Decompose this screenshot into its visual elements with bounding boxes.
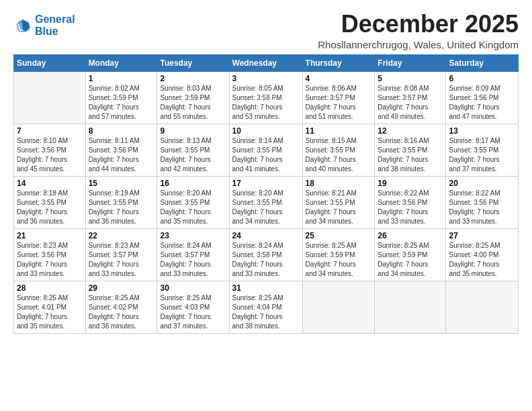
day-number: 6	[449, 74, 515, 83]
calendar-cell: 6Sunrise: 8:09 AMSunset: 3:56 PMDaylight…	[446, 71, 519, 124]
day-number: 11	[306, 126, 372, 136]
calendar-cell: 9Sunrise: 8:13 AMSunset: 3:55 PMDaylight…	[157, 124, 229, 176]
column-header-thursday: Thursday	[302, 54, 375, 71]
day-number: 31	[232, 283, 300, 293]
logo: General Blue	[13, 13, 75, 38]
calendar-cell	[446, 281, 519, 333]
header: General Blue December 2025 Rhosllannerch…	[13, 11, 519, 50]
calendar-cell: 5Sunrise: 8:08 AMSunset: 3:57 PMDaylight…	[375, 71, 446, 124]
calendar-cell: 26Sunrise: 8:25 AMSunset: 3:59 PMDayligh…	[375, 228, 446, 281]
day-number: 23	[160, 231, 226, 240]
week-row-3: 14Sunrise: 8:18 AMSunset: 3:55 PMDayligh…	[14, 176, 519, 228]
day-number: 20	[449, 179, 515, 188]
day-number: 18	[306, 179, 372, 188]
day-number: 1	[89, 74, 154, 83]
calendar-cell: 17Sunrise: 8:20 AMSunset: 3:55 PMDayligh…	[229, 176, 302, 228]
calendar-cell: 12Sunrise: 8:16 AMSunset: 3:55 PMDayligh…	[375, 124, 446, 176]
column-header-wednesday: Wednesday	[229, 54, 302, 71]
day-number: 7	[17, 126, 83, 136]
day-info: Sunrise: 8:05 AMSunset: 3:58 PMDaylight:…	[232, 84, 300, 122]
day-info: Sunrise: 8:03 AMSunset: 3:59 PMDaylight:…	[160, 84, 226, 122]
calendar-cell: 1Sunrise: 8:02 AMSunset: 3:59 PMDaylight…	[85, 71, 157, 124]
calendar-cell: 2Sunrise: 8:03 AMSunset: 3:59 PMDaylight…	[157, 71, 229, 124]
calendar-cell: 13Sunrise: 8:17 AMSunset: 3:55 PMDayligh…	[446, 124, 519, 176]
day-info: Sunrise: 8:25 AMSunset: 4:00 PMDaylight:…	[449, 241, 515, 279]
day-number: 3	[232, 74, 300, 83]
day-info: Sunrise: 8:25 AMSunset: 3:59 PMDaylight:…	[378, 241, 443, 279]
day-info: Sunrise: 8:18 AMSunset: 3:55 PMDaylight:…	[17, 189, 83, 226]
location: Rhosllannerchrugog, Wales, United Kingdo…	[318, 39, 519, 50]
calendar-cell: 15Sunrise: 8:19 AMSunset: 3:55 PMDayligh…	[85, 176, 157, 228]
calendar-cell: 25Sunrise: 8:25 AMSunset: 3:59 PMDayligh…	[302, 228, 375, 281]
month-title: December 2025	[318, 11, 519, 38]
calendar-cell: 20Sunrise: 8:22 AMSunset: 3:56 PMDayligh…	[446, 176, 519, 228]
day-info: Sunrise: 8:23 AMSunset: 3:56 PMDaylight:…	[17, 241, 83, 279]
calendar-cell: 8Sunrise: 8:11 AMSunset: 3:56 PMDaylight…	[85, 124, 157, 176]
column-header-saturday: Saturday	[446, 54, 519, 71]
day-info: Sunrise: 8:06 AMSunset: 3:57 PMDaylight:…	[306, 84, 372, 122]
day-info: Sunrise: 8:17 AMSunset: 3:55 PMDaylight:…	[449, 136, 515, 174]
day-info: Sunrise: 8:22 AMSunset: 3:56 PMDaylight:…	[378, 189, 443, 226]
logo-text: General Blue	[35, 13, 75, 38]
column-header-friday: Friday	[375, 54, 446, 71]
day-info: Sunrise: 8:25 AMSunset: 4:02 PMDaylight:…	[89, 293, 154, 331]
calendar-cell: 11Sunrise: 8:15 AMSunset: 3:55 PMDayligh…	[302, 124, 375, 176]
day-info: Sunrise: 8:25 AMSunset: 4:01 PMDaylight:…	[17, 293, 83, 331]
calendar-cell: 10Sunrise: 8:14 AMSunset: 3:55 PMDayligh…	[229, 124, 302, 176]
day-number: 21	[17, 231, 83, 240]
day-info: Sunrise: 8:10 AMSunset: 3:56 PMDaylight:…	[17, 136, 83, 174]
day-number: 22	[89, 231, 154, 240]
page: General Blue December 2025 Rhosllannerch…	[0, 0, 532, 411]
calendar-cell: 22Sunrise: 8:23 AMSunset: 3:57 PMDayligh…	[85, 228, 157, 281]
logo-icon	[13, 16, 32, 35]
day-info: Sunrise: 8:25 AMSunset: 4:03 PMDaylight:…	[160, 293, 226, 331]
calendar-cell: 23Sunrise: 8:24 AMSunset: 3:57 PMDayligh…	[157, 228, 229, 281]
day-info: Sunrise: 8:02 AMSunset: 3:59 PMDaylight:…	[89, 84, 154, 122]
day-number: 12	[378, 126, 443, 136]
day-info: Sunrise: 8:24 AMSunset: 3:57 PMDaylight:…	[160, 241, 226, 279]
day-number: 2	[160, 74, 226, 83]
column-header-sunday: Sunday	[14, 54, 86, 71]
calendar-cell	[14, 71, 86, 124]
day-info: Sunrise: 8:20 AMSunset: 3:55 PMDaylight:…	[160, 189, 226, 226]
calendar-table: SundayMondayTuesdayWednesdayThursdayFrid…	[13, 54, 519, 334]
day-number: 5	[378, 74, 443, 83]
day-number: 27	[449, 231, 515, 240]
calendar-cell	[302, 281, 375, 333]
column-header-tuesday: Tuesday	[157, 54, 229, 71]
calendar-cell: 31Sunrise: 8:25 AMSunset: 4:04 PMDayligh…	[229, 281, 302, 333]
day-number: 19	[378, 179, 443, 188]
calendar-cell: 24Sunrise: 8:24 AMSunset: 3:58 PMDayligh…	[229, 228, 302, 281]
week-row-2: 7Sunrise: 8:10 AMSunset: 3:56 PMDaylight…	[14, 124, 519, 176]
calendar-cell: 27Sunrise: 8:25 AMSunset: 4:00 PMDayligh…	[446, 228, 519, 281]
calendar-cell	[375, 281, 446, 333]
day-number: 9	[160, 126, 226, 136]
calendar-cell: 7Sunrise: 8:10 AMSunset: 3:56 PMDaylight…	[14, 124, 86, 176]
week-row-4: 21Sunrise: 8:23 AMSunset: 3:56 PMDayligh…	[14, 228, 519, 281]
day-number: 26	[378, 231, 443, 240]
week-row-5: 28Sunrise: 8:25 AMSunset: 4:01 PMDayligh…	[14, 281, 519, 333]
calendar-cell: 28Sunrise: 8:25 AMSunset: 4:01 PMDayligh…	[14, 281, 86, 333]
day-number: 4	[306, 74, 372, 83]
day-number: 24	[232, 231, 300, 240]
calendar-cell: 21Sunrise: 8:23 AMSunset: 3:56 PMDayligh…	[14, 228, 86, 281]
day-info: Sunrise: 8:13 AMSunset: 3:55 PMDaylight:…	[160, 136, 226, 174]
calendar-header-row: SundayMondayTuesdayWednesdayThursdayFrid…	[14, 54, 519, 71]
calendar-cell: 14Sunrise: 8:18 AMSunset: 3:55 PMDayligh…	[14, 176, 86, 228]
day-info: Sunrise: 8:21 AMSunset: 3:55 PMDaylight:…	[306, 189, 372, 226]
day-number: 25	[306, 231, 372, 240]
calendar-cell: 18Sunrise: 8:21 AMSunset: 3:55 PMDayligh…	[302, 176, 375, 228]
day-info: Sunrise: 8:20 AMSunset: 3:55 PMDaylight:…	[232, 189, 300, 226]
calendar-cell: 30Sunrise: 8:25 AMSunset: 4:03 PMDayligh…	[157, 281, 229, 333]
day-info: Sunrise: 8:23 AMSunset: 3:57 PMDaylight:…	[89, 241, 154, 279]
day-info: Sunrise: 8:15 AMSunset: 3:55 PMDaylight:…	[306, 136, 372, 174]
calendar-cell: 19Sunrise: 8:22 AMSunset: 3:56 PMDayligh…	[375, 176, 446, 228]
day-info: Sunrise: 8:25 AMSunset: 4:04 PMDaylight:…	[232, 293, 300, 331]
day-info: Sunrise: 8:08 AMSunset: 3:57 PMDaylight:…	[378, 84, 443, 122]
week-row-1: 1Sunrise: 8:02 AMSunset: 3:59 PMDaylight…	[14, 71, 519, 124]
day-number: 10	[232, 126, 300, 136]
calendar-cell: 3Sunrise: 8:05 AMSunset: 3:58 PMDaylight…	[229, 71, 302, 124]
day-number: 16	[160, 179, 226, 188]
day-info: Sunrise: 8:25 AMSunset: 3:59 PMDaylight:…	[306, 241, 372, 279]
calendar-cell: 4Sunrise: 8:06 AMSunset: 3:57 PMDaylight…	[302, 71, 375, 124]
